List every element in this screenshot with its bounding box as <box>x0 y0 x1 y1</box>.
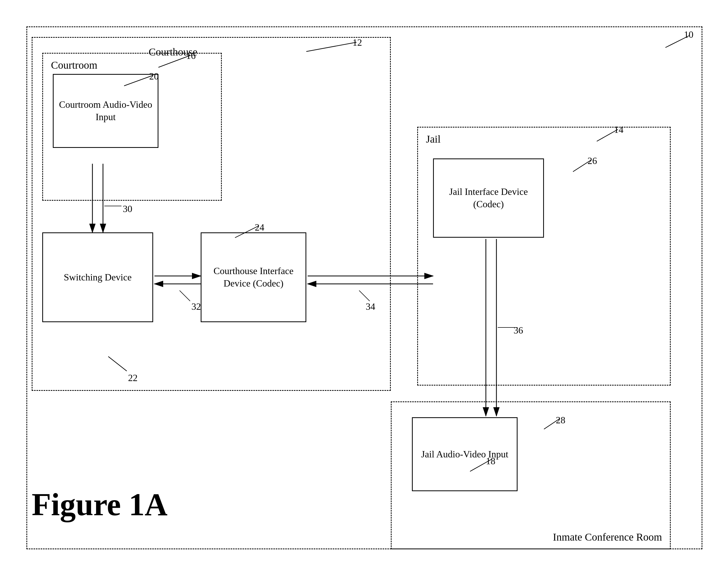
courthouse-interface-box: Courthouse Interface Device (Codec) <box>201 232 306 322</box>
ref-24: 24 <box>255 222 264 233</box>
figure-label: Figure 1A <box>32 486 167 523</box>
diagram-container: Courthouse Courtroom Courtroom Audio-Vid… <box>10 10 718 576</box>
courthouse-interface-label: Courthouse Interface Device (Codec) <box>202 265 306 290</box>
jail-interface-label: Jail Interface Device (Codec) <box>434 186 543 210</box>
courtroom-av-label: Courtroom Audio-Video Input <box>54 99 158 123</box>
courtroom-av-box: Courtroom Audio-Video Input <box>53 74 158 148</box>
ref-20: 20 <box>149 71 159 82</box>
switching-device-label: Switching Device <box>64 271 132 284</box>
ref-32: 32 <box>191 301 201 312</box>
ref-16: 16 <box>186 50 196 61</box>
jail-label: Jail <box>426 133 441 145</box>
inmate-label: Inmate Conference Room <box>553 531 662 543</box>
jail-av-box: Jail Audio-Video Input <box>412 417 518 491</box>
ref-22: 22 <box>128 372 137 383</box>
ref-36: 36 <box>514 325 523 336</box>
ref-34: 34 <box>366 301 375 312</box>
switching-device-box: Switching Device <box>42 232 153 322</box>
ref-26: 26 <box>588 155 597 167</box>
ref-28: 28 <box>556 415 565 426</box>
ref-10: 10 <box>684 29 694 40</box>
ref-12: 12 <box>353 37 362 48</box>
courtroom-label: Courtroom <box>51 59 98 71</box>
ref-30: 30 <box>123 203 132 214</box>
ref-14: 14 <box>614 124 623 135</box>
ref-18: 18 <box>486 456 495 467</box>
jail-interface-box: Jail Interface Device (Codec) <box>433 158 544 238</box>
